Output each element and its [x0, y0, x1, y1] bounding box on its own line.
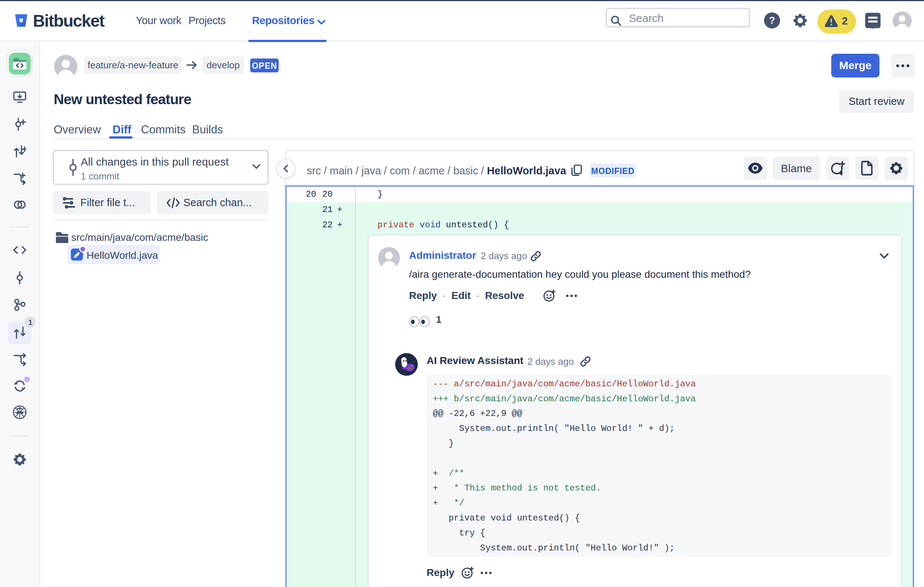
svg-text:?: ? [769, 15, 775, 26]
